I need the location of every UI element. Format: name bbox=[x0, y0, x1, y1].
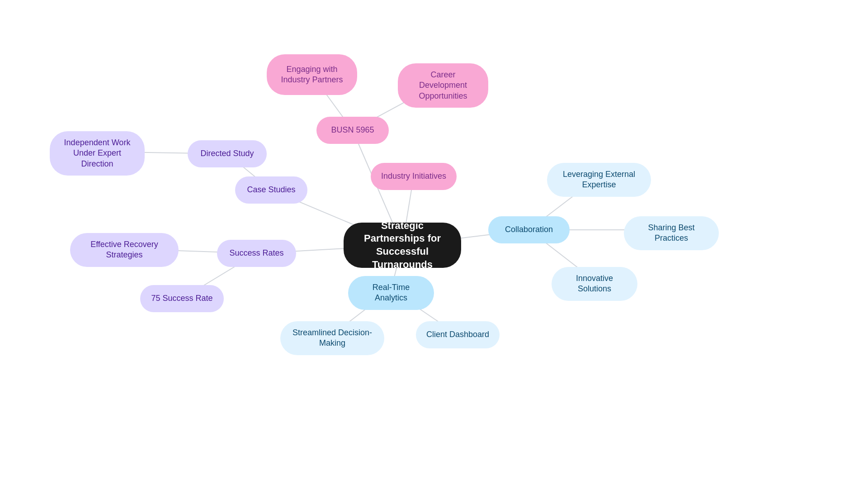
node-caseStudies[interactable]: Case Studies bbox=[235, 176, 307, 204]
node-label-independentWork: Independent Work Under Expert Direction bbox=[60, 138, 135, 169]
node-label-directedStudy: Directed Study bbox=[200, 148, 254, 159]
node-label-busn5965: BUSN 5965 bbox=[331, 125, 374, 135]
node-label-leveraging: Leveraging External Expertise bbox=[557, 169, 641, 190]
node-innovative[interactable]: Innovative Solutions bbox=[552, 267, 637, 301]
node-directedStudy[interactable]: Directed Study bbox=[188, 140, 267, 167]
node-effectiveRecovery[interactable]: Effective Recovery Strategies bbox=[70, 233, 179, 267]
node-label-successRates: Success Rates bbox=[229, 248, 283, 258]
node-label-industryInitiatives: Industry Initiatives bbox=[381, 171, 446, 181]
node-realTimeAnalytics[interactable]: Real-Time Analytics bbox=[348, 276, 434, 310]
node-label-sharingBest: Sharing Best Practices bbox=[634, 223, 709, 244]
node-career[interactable]: Career Development Opportunities bbox=[398, 63, 488, 108]
node-engaging[interactable]: Engaging with Industry Partners bbox=[267, 54, 357, 95]
node-center[interactable]: Strategic Partnerships for Successful Tu… bbox=[344, 223, 461, 268]
node-label-realTimeAnalytics: Real-Time Analytics bbox=[358, 282, 424, 304]
node-independentWork[interactable]: Independent Work Under Expert Direction bbox=[50, 131, 145, 176]
node-label-engaging: Engaging with Industry Partners bbox=[277, 64, 347, 86]
node-label-caseStudies: Case Studies bbox=[247, 185, 295, 195]
node-label-innovative: Innovative Solutions bbox=[561, 273, 627, 295]
node-label-collaboration: Collaboration bbox=[505, 224, 553, 235]
node-successRates[interactable]: Success Rates bbox=[217, 240, 296, 267]
node-successRate75[interactable]: 75 Success Rate bbox=[140, 285, 224, 312]
mindmap-container: Strategic Partnerships for Successful Tu… bbox=[0, 0, 868, 490]
node-industryInitiatives[interactable]: Industry Initiatives bbox=[371, 163, 457, 190]
node-leveraging[interactable]: Leveraging External Expertise bbox=[547, 163, 651, 197]
node-label-career: Career Development Opportunities bbox=[408, 70, 478, 101]
node-label-successRate75: 75 Success Rate bbox=[151, 293, 212, 304]
node-busn5965[interactable]: BUSN 5965 bbox=[316, 117, 389, 144]
node-label-effectiveRecovery: Effective Recovery Strategies bbox=[80, 239, 169, 261]
node-label-streamlined: Streamlined Decision-Making bbox=[290, 328, 374, 349]
node-collaboration[interactable]: Collaboration bbox=[488, 216, 570, 243]
node-label-center: Strategic Partnerships for Successful Tu… bbox=[354, 219, 451, 271]
node-label-clientDashboard: Client Dashboard bbox=[426, 329, 489, 340]
node-streamlined[interactable]: Streamlined Decision-Making bbox=[280, 321, 384, 355]
node-clientDashboard[interactable]: Client Dashboard bbox=[416, 321, 500, 348]
node-sharingBest[interactable]: Sharing Best Practices bbox=[624, 216, 719, 250]
